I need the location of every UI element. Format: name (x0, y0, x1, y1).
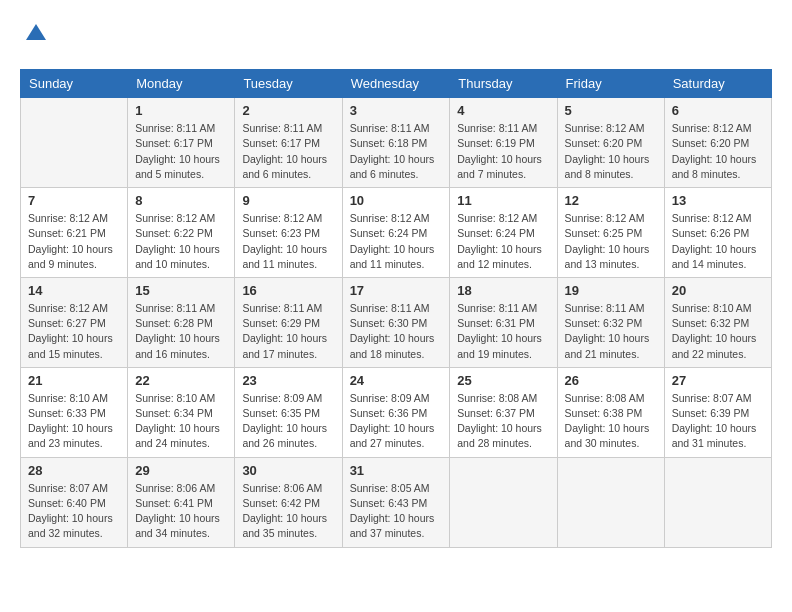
day-info: Sunrise: 8:07 AM Sunset: 6:39 PM Dayligh… (672, 391, 764, 452)
calendar-cell: 31Sunrise: 8:05 AM Sunset: 6:43 PM Dayli… (342, 457, 450, 547)
day-info: Sunrise: 8:12 AM Sunset: 6:24 PM Dayligh… (350, 211, 443, 272)
day-number: 19 (565, 283, 657, 298)
calendar-cell: 4Sunrise: 8:11 AM Sunset: 6:19 PM Daylig… (450, 98, 557, 188)
day-info: Sunrise: 8:08 AM Sunset: 6:38 PM Dayligh… (565, 391, 657, 452)
day-number: 13 (672, 193, 764, 208)
calendar-week-row: 21Sunrise: 8:10 AM Sunset: 6:33 PM Dayli… (21, 367, 772, 457)
day-info: Sunrise: 8:09 AM Sunset: 6:36 PM Dayligh… (350, 391, 443, 452)
page-header (20, 20, 772, 53)
day-number: 18 (457, 283, 549, 298)
calendar-cell: 16Sunrise: 8:11 AM Sunset: 6:29 PM Dayli… (235, 277, 342, 367)
logo-icon (22, 20, 50, 48)
day-info: Sunrise: 8:10 AM Sunset: 6:34 PM Dayligh… (135, 391, 227, 452)
calendar-cell: 6Sunrise: 8:12 AM Sunset: 6:20 PM Daylig… (664, 98, 771, 188)
logo (20, 20, 50, 53)
day-info: Sunrise: 8:11 AM Sunset: 6:17 PM Dayligh… (135, 121, 227, 182)
day-number: 17 (350, 283, 443, 298)
calendar-week-row: 28Sunrise: 8:07 AM Sunset: 6:40 PM Dayli… (21, 457, 772, 547)
day-number: 4 (457, 103, 549, 118)
day-info: Sunrise: 8:12 AM Sunset: 6:24 PM Dayligh… (457, 211, 549, 272)
day-number: 11 (457, 193, 549, 208)
day-info: Sunrise: 8:11 AM Sunset: 6:31 PM Dayligh… (457, 301, 549, 362)
day-number: 31 (350, 463, 443, 478)
day-number: 15 (135, 283, 227, 298)
header-wednesday: Wednesday (342, 70, 450, 98)
calendar-week-row: 7Sunrise: 8:12 AM Sunset: 6:21 PM Daylig… (21, 188, 772, 278)
day-number: 29 (135, 463, 227, 478)
calendar-cell: 30Sunrise: 8:06 AM Sunset: 6:42 PM Dayli… (235, 457, 342, 547)
calendar-week-row: 14Sunrise: 8:12 AM Sunset: 6:27 PM Dayli… (21, 277, 772, 367)
calendar-cell (21, 98, 128, 188)
calendar-cell (557, 457, 664, 547)
calendar-cell: 22Sunrise: 8:10 AM Sunset: 6:34 PM Dayli… (128, 367, 235, 457)
day-info: Sunrise: 8:12 AM Sunset: 6:21 PM Dayligh… (28, 211, 120, 272)
day-number: 10 (350, 193, 443, 208)
day-number: 25 (457, 373, 549, 388)
header-thursday: Thursday (450, 70, 557, 98)
calendar-cell (664, 457, 771, 547)
header-saturday: Saturday (664, 70, 771, 98)
day-info: Sunrise: 8:10 AM Sunset: 6:32 PM Dayligh… (672, 301, 764, 362)
header-tuesday: Tuesday (235, 70, 342, 98)
day-info: Sunrise: 8:12 AM Sunset: 6:22 PM Dayligh… (135, 211, 227, 272)
calendar-cell: 24Sunrise: 8:09 AM Sunset: 6:36 PM Dayli… (342, 367, 450, 457)
calendar-cell: 19Sunrise: 8:11 AM Sunset: 6:32 PM Dayli… (557, 277, 664, 367)
day-number: 22 (135, 373, 227, 388)
day-info: Sunrise: 8:11 AM Sunset: 6:17 PM Dayligh… (242, 121, 334, 182)
day-number: 24 (350, 373, 443, 388)
day-number: 23 (242, 373, 334, 388)
day-info: Sunrise: 8:08 AM Sunset: 6:37 PM Dayligh… (457, 391, 549, 452)
calendar-cell: 2Sunrise: 8:11 AM Sunset: 6:17 PM Daylig… (235, 98, 342, 188)
day-number: 20 (672, 283, 764, 298)
day-info: Sunrise: 8:12 AM Sunset: 6:25 PM Dayligh… (565, 211, 657, 272)
day-number: 6 (672, 103, 764, 118)
calendar-cell: 10Sunrise: 8:12 AM Sunset: 6:24 PM Dayli… (342, 188, 450, 278)
day-number: 5 (565, 103, 657, 118)
calendar-cell: 17Sunrise: 8:11 AM Sunset: 6:30 PM Dayli… (342, 277, 450, 367)
day-number: 12 (565, 193, 657, 208)
calendar-header-row: SundayMondayTuesdayWednesdayThursdayFrid… (21, 70, 772, 98)
day-info: Sunrise: 8:11 AM Sunset: 6:30 PM Dayligh… (350, 301, 443, 362)
day-info: Sunrise: 8:05 AM Sunset: 6:43 PM Dayligh… (350, 481, 443, 542)
day-number: 26 (565, 373, 657, 388)
calendar-week-row: 1Sunrise: 8:11 AM Sunset: 6:17 PM Daylig… (21, 98, 772, 188)
day-info: Sunrise: 8:12 AM Sunset: 6:27 PM Dayligh… (28, 301, 120, 362)
day-number: 16 (242, 283, 334, 298)
day-info: Sunrise: 8:10 AM Sunset: 6:33 PM Dayligh… (28, 391, 120, 452)
header-sunday: Sunday (21, 70, 128, 98)
day-info: Sunrise: 8:12 AM Sunset: 6:26 PM Dayligh… (672, 211, 764, 272)
day-number: 2 (242, 103, 334, 118)
calendar-cell: 1Sunrise: 8:11 AM Sunset: 6:17 PM Daylig… (128, 98, 235, 188)
day-info: Sunrise: 8:12 AM Sunset: 6:20 PM Dayligh… (672, 121, 764, 182)
calendar-cell: 15Sunrise: 8:11 AM Sunset: 6:28 PM Dayli… (128, 277, 235, 367)
header-friday: Friday (557, 70, 664, 98)
day-number: 7 (28, 193, 120, 208)
calendar-cell: 20Sunrise: 8:10 AM Sunset: 6:32 PM Dayli… (664, 277, 771, 367)
calendar-cell: 11Sunrise: 8:12 AM Sunset: 6:24 PM Dayli… (450, 188, 557, 278)
day-number: 3 (350, 103, 443, 118)
day-number: 9 (242, 193, 334, 208)
day-info: Sunrise: 8:12 AM Sunset: 6:23 PM Dayligh… (242, 211, 334, 272)
day-info: Sunrise: 8:11 AM Sunset: 6:18 PM Dayligh… (350, 121, 443, 182)
header-monday: Monday (128, 70, 235, 98)
day-number: 28 (28, 463, 120, 478)
calendar-cell: 13Sunrise: 8:12 AM Sunset: 6:26 PM Dayli… (664, 188, 771, 278)
day-number: 27 (672, 373, 764, 388)
day-info: Sunrise: 8:11 AM Sunset: 6:28 PM Dayligh… (135, 301, 227, 362)
day-info: Sunrise: 8:09 AM Sunset: 6:35 PM Dayligh… (242, 391, 334, 452)
day-info: Sunrise: 8:11 AM Sunset: 6:19 PM Dayligh… (457, 121, 549, 182)
calendar-cell: 14Sunrise: 8:12 AM Sunset: 6:27 PM Dayli… (21, 277, 128, 367)
calendar-cell: 23Sunrise: 8:09 AM Sunset: 6:35 PM Dayli… (235, 367, 342, 457)
calendar-cell (450, 457, 557, 547)
calendar-cell: 27Sunrise: 8:07 AM Sunset: 6:39 PM Dayli… (664, 367, 771, 457)
day-number: 8 (135, 193, 227, 208)
day-number: 14 (28, 283, 120, 298)
day-number: 30 (242, 463, 334, 478)
calendar-cell: 28Sunrise: 8:07 AM Sunset: 6:40 PM Dayli… (21, 457, 128, 547)
calendar-table: SundayMondayTuesdayWednesdayThursdayFrid… (20, 69, 772, 547)
calendar-cell: 5Sunrise: 8:12 AM Sunset: 6:20 PM Daylig… (557, 98, 664, 188)
calendar-cell: 29Sunrise: 8:06 AM Sunset: 6:41 PM Dayli… (128, 457, 235, 547)
calendar-cell: 3Sunrise: 8:11 AM Sunset: 6:18 PM Daylig… (342, 98, 450, 188)
svg-marker-0 (26, 24, 46, 40)
day-info: Sunrise: 8:06 AM Sunset: 6:42 PM Dayligh… (242, 481, 334, 542)
